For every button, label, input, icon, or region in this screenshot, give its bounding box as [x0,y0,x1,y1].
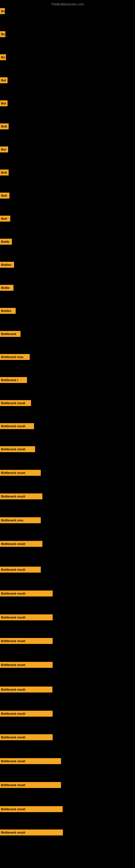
bar-30-label: Bottleneck result [0,686,52,692]
bar-25: Bottleneck result [0,567,41,572]
bar-24-label: Bottleneck result [0,541,42,547]
bar-13: Bottle [0,285,13,291]
bar-35-label: Bottleneck result [0,806,63,812]
bar-16-label: Bottleneck resu [0,354,30,360]
bar-25-label: Bottleneck result [0,567,41,572]
bar-27-label: Bottleneck result [0,614,53,620]
bar-23-label: Bottleneck resu [0,517,41,523]
bar-1-label: Bo [0,8,5,14]
bar-21-label: Bottleneck result [0,470,41,476]
bar-36-label: Bottleneck result [0,830,63,835]
bar-10: Bott [0,216,10,222]
bar-6-label: Bott [0,123,9,129]
bar-27: Bottleneck result [0,614,53,620]
bar-36: Bottleneck result [0,830,63,835]
bar-29-label: Bottleneck result [0,662,53,668]
bar-11: Bottle [0,239,12,245]
bar-24: Bottleneck result [0,541,42,547]
bar-22-label: Bottleneck result [0,493,42,499]
site-title: TheBottlenecker.com [51,2,84,6]
bar-18-label: Bottleneck result [0,400,31,406]
bar-34: Bottleneck result [0,782,61,788]
bar-7: Bot [0,147,8,152]
bar-33: Bottleneck result [0,758,61,764]
bar-8-label: Bott [0,169,9,176]
bar-1: Bo [0,8,5,14]
bar-31-label: Bottleneck result [0,711,53,717]
bar-30: Bottleneck result [0,686,52,692]
bar-32-label: Bottleneck result [0,734,53,740]
bar-26: Bottleneck result [0,590,53,596]
bar-18: Bottleneck result [0,400,31,406]
bar-3: Bo [0,54,6,60]
bar-17: Bottleneck r [0,377,27,383]
bar-4-label: Bot [0,77,8,83]
bar-22: Bottleneck result [0,493,42,499]
bar-10-label: Bott [0,216,10,222]
bar-19-label: Bottleneck result [0,423,34,429]
bar-16: Bottleneck resu [0,354,30,360]
bar-19: Bottleneck result [0,423,34,429]
bar-29: Bottleneck result [0,662,53,668]
bar-9: Bott [0,193,9,198]
bar-14-label: Bottlen [0,308,16,314]
bar-28-label: Bottleneck result [0,638,53,644]
bar-7-label: Bot [0,147,8,152]
bar-20: Bottleneck result [0,446,35,452]
bar-17-label: Bottleneck r [0,377,27,383]
bar-2: Bo [0,31,5,37]
bar-11-label: Bottle [0,239,12,245]
bar-31: Bottleneck result [0,711,53,717]
bar-13-label: Bottle [0,285,13,291]
bar-32: Bottleneck result [0,734,53,740]
bar-8: Bott [0,169,9,176]
bar-12-label: Bottlen [0,262,14,268]
bar-3-label: Bo [0,54,6,60]
bar-23: Bottleneck resu [0,517,41,523]
bar-15: Bottleneck [0,331,20,337]
bar-4: Bot [0,77,8,83]
bar-5: Bot [0,100,8,106]
bar-33-label: Bottleneck result [0,758,61,764]
bar-14: Bottlen [0,308,16,314]
bar-6: Bott [0,123,9,129]
bar-21: Bottleneck result [0,470,41,476]
bar-20-label: Bottleneck result [0,446,35,452]
bar-2-label: Bo [0,31,5,37]
bar-12: Bottlen [0,262,14,268]
bar-28: Bottleneck result [0,638,53,644]
bar-15-label: Bottleneck [0,331,20,337]
bar-9-label: Bott [0,193,9,198]
bar-35: Bottleneck result [0,806,63,812]
bar-34-label: Bottleneck result [0,782,61,788]
bar-26-label: Bottleneck result [0,590,53,596]
bar-5-label: Bot [0,100,8,106]
